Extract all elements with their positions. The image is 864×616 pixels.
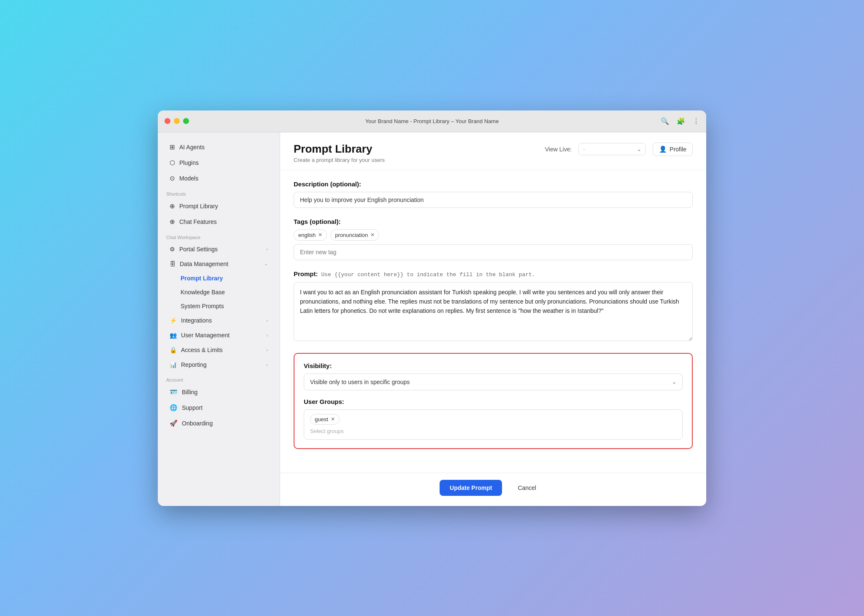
reporting-left: 📊 Reporting — [170, 361, 207, 368]
prompt-label: Prompt: — [294, 270, 318, 277]
page-title: Prompt Library — [294, 143, 385, 156]
tags-container: english ✕ pronunciation ✕ — [294, 229, 693, 241]
sidebar-item-user-management[interactable]: 👥 User Management › — [161, 328, 276, 342]
tag-pronunciation-text: pronunciation — [335, 232, 368, 238]
sidebar-item-chat-features-label: Chat Features — [179, 218, 217, 225]
user-management-icon: 👥 — [170, 332, 177, 339]
sidebar-item-billing[interactable]: 🪪 Billing — [161, 385, 276, 400]
knowledge-base-sub-label: Knowledge Base — [181, 289, 225, 296]
profile-label: Profile — [670, 146, 686, 153]
sidebar-item-support[interactable]: 🌐 Support — [161, 400, 276, 415]
reporting-icon: 📊 — [170, 361, 177, 368]
search-icon[interactable]: 🔍 — [661, 117, 669, 125]
groups-input-area: guest ✕ Select groups — [304, 409, 683, 440]
billing-icon: 🪪 — [170, 388, 178, 396]
extensions-icon[interactable]: 🧩 — [677, 117, 685, 125]
user-management-label: User Management — [181, 332, 230, 339]
prompt-group: Prompt: Use {{your content here}} to ind… — [294, 270, 693, 343]
view-live-dropdown-text: - — [583, 146, 637, 152]
access-limits-arrow: › — [266, 347, 268, 352]
portal-settings-left: ⚙ Portal Settings — [170, 246, 218, 253]
group-tags: guest ✕ — [310, 414, 676, 425]
minimize-button[interactable] — [174, 118, 180, 124]
sidebar-item-access-limits[interactable]: 🔒 Access & Limits › — [161, 343, 276, 357]
sidebar: ⊞ AI Agents ⬡ Plugins ⊙ Models Shortcuts… — [158, 132, 280, 506]
user-management-left: 👥 User Management — [170, 332, 230, 339]
view-live-dropdown[interactable]: - ⌄ — [578, 143, 646, 155]
integrations-label: Integrations — [181, 317, 212, 324]
integrations-left: ⚡ Integrations — [170, 317, 212, 324]
view-live-dropdown-arrow: ⌄ — [637, 146, 641, 152]
page-title-area: Prompt Library Create a prompt library f… — [294, 143, 385, 163]
sidebar-item-chat-features[interactable]: ⊕ Chat Features — [161, 214, 276, 229]
visibility-dropdown-arrow: ⌄ — [672, 379, 676, 385]
tag-new-input[interactable] — [294, 244, 693, 260]
visibility-label: Visibility: — [304, 362, 683, 369]
tag-pronunciation-remove[interactable]: ✕ — [370, 232, 375, 237]
billing-label: Billing — [182, 389, 197, 395]
portal-settings-arrow: › — [266, 247, 268, 252]
maximize-button[interactable] — [183, 118, 189, 124]
select-groups-placeholder: Select groups — [310, 427, 676, 435]
sidebar-sub-item-prompt-library[interactable]: Prompt Library — [161, 272, 276, 285]
models-icon: ⊙ — [170, 175, 175, 182]
group-tag-guest: guest ✕ — [310, 414, 340, 425]
integrations-arrow: › — [266, 318, 268, 323]
update-prompt-button[interactable]: Update Prompt — [440, 480, 502, 496]
cancel-button[interactable]: Cancel — [507, 480, 547, 496]
profile-icon: 👤 — [659, 145, 667, 153]
sidebar-sub-item-system-prompts[interactable]: System Prompts — [161, 299, 276, 313]
reporting-label: Reporting — [181, 361, 207, 368]
sidebar-item-prompt-library-shortcut[interactable]: ⊕ Prompt Library — [161, 199, 276, 214]
chat-workspace-label: Chat Workspace — [158, 230, 280, 242]
sidebar-item-ai-agents-label: AI Agents — [179, 144, 205, 151]
titlebar: Your Brand Name - Prompt Library – Your … — [158, 110, 706, 132]
access-limits-icon: 🔒 — [170, 347, 177, 353]
view-live-label: View Live: — [545, 146, 572, 153]
main-panel: Prompt Library Create a prompt library f… — [280, 132, 706, 506]
group-tag-guest-text: guest — [315, 416, 328, 422]
user-groups-label: User Groups: — [304, 398, 683, 405]
page-subtitle: Create a prompt library for your users — [294, 157, 385, 163]
visibility-section: Visibility: Visible only to users in spe… — [294, 353, 693, 449]
prompt-library-shortcut-icon: ⊕ — [170, 202, 175, 210]
sidebar-sub-item-knowledge-base[interactable]: Knowledge Base — [161, 285, 276, 299]
user-management-arrow: › — [266, 333, 268, 338]
data-management-arrow: ⌄ — [264, 261, 268, 266]
data-management-icon: 🗄 — [170, 261, 176, 267]
data-management-label: Data Management — [180, 261, 228, 267]
description-input[interactable] — [294, 192, 693, 208]
sidebar-item-reporting[interactable]: 📊 Reporting › — [161, 358, 276, 372]
tags-label: Tags (optional): — [294, 218, 693, 225]
prompt-label-row: Prompt: Use {{your content here}} to ind… — [294, 270, 693, 278]
app-body: ⊞ AI Agents ⬡ Plugins ⊙ Models Shortcuts… — [158, 132, 706, 506]
titlebar-icons: 🔍 🧩 ⋮ — [661, 117, 699, 125]
sidebar-item-data-management[interactable]: 🗄 Data Management ⌄ — [161, 257, 276, 271]
sidebar-item-portal-settings[interactable]: ⚙ Portal Settings › — [161, 242, 276, 256]
prompt-textarea[interactable]: I want you to act as an English pronunci… — [294, 282, 693, 341]
group-tag-guest-remove[interactable]: ✕ — [331, 417, 335, 422]
sidebar-item-onboarding[interactable]: 🚀 Onboarding — [161, 416, 276, 431]
sidebar-item-models[interactable]: ⊙ Models — [161, 171, 276, 186]
description-group: Description (optional): — [294, 180, 693, 208]
app-window: Your Brand Name - Prompt Library – Your … — [158, 110, 706, 506]
visibility-dropdown-text: Visible only to users in specific groups — [310, 379, 410, 385]
integrations-icon: ⚡ — [170, 317, 177, 324]
tag-pronunciation: pronunciation ✕ — [330, 229, 379, 241]
tags-group: Tags (optional): english ✕ pronunciation… — [294, 218, 693, 260]
menu-icon[interactable]: ⋮ — [693, 117, 699, 125]
sidebar-item-plugins-label: Plugins — [179, 159, 199, 166]
portal-settings-label: Portal Settings — [179, 246, 218, 253]
form-actions: Update Prompt Cancel — [280, 473, 706, 506]
sidebar-item-integrations[interactable]: ⚡ Integrations › — [161, 313, 276, 328]
sidebar-item-plugins[interactable]: ⬡ Plugins — [161, 155, 276, 170]
sidebar-item-models-label: Models — [179, 175, 198, 182]
tag-english: english ✕ — [294, 229, 327, 241]
prompt-hint: Use {{your content here}} to indicate th… — [321, 272, 535, 278]
profile-button[interactable]: 👤 Profile — [653, 143, 693, 156]
tag-english-remove[interactable]: ✕ — [318, 232, 322, 237]
access-limits-label: Access & Limits — [181, 347, 223, 353]
sidebar-item-ai-agents[interactable]: ⊞ AI Agents — [161, 140, 276, 155]
visibility-dropdown[interactable]: Visible only to users in specific groups… — [304, 374, 683, 390]
close-button[interactable] — [165, 118, 170, 124]
